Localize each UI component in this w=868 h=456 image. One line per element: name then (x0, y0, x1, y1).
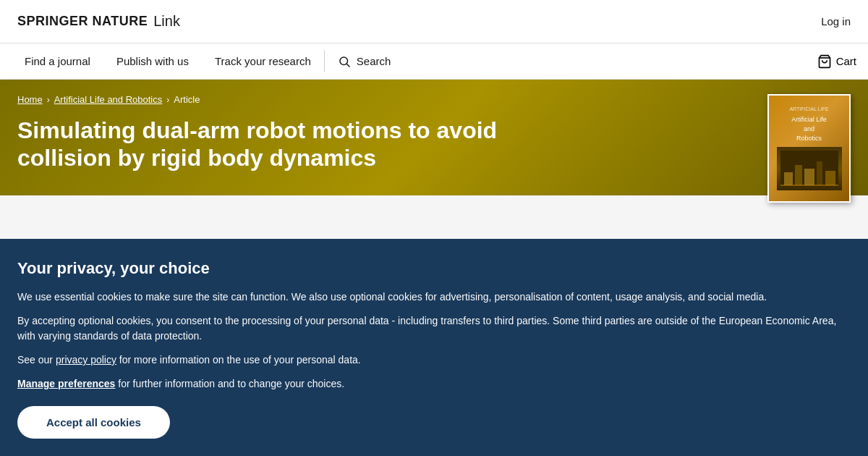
nav-search[interactable]: Search (325, 43, 404, 79)
breadcrumb-chevron-1: › (47, 95, 50, 105)
svg-rect-5 (795, 165, 802, 185)
nav-links-left: Find a journal Publish with us Track you… (12, 43, 404, 79)
journal-cover-title: Artificial Life and Robotics (791, 114, 827, 143)
manage-preferences-link[interactable]: Manage preferences (17, 378, 115, 389)
svg-rect-7 (817, 161, 822, 185)
main-nav: Find a journal Publish with us Track you… (0, 43, 868, 80)
breadcrumb-chevron-2: › (166, 95, 169, 105)
cart-label: Cart (836, 55, 856, 67)
article-title: Simulating dual-arm robot motions to avo… (17, 117, 553, 172)
nav-right: Cart (817, 43, 856, 79)
journal-cover-image (777, 147, 842, 190)
svg-rect-4 (784, 172, 793, 185)
header-top: SPRINGER NATURE Link Log in (0, 0, 868, 43)
nav-track-research[interactable]: Track your research (202, 43, 324, 79)
privacy-policy-link[interactable]: privacy policy (56, 354, 116, 366)
site-header: SPRINGER NATURE Link Log in Find a journ… (0, 0, 868, 80)
nav-publish-with-us[interactable]: Publish with us (103, 43, 202, 79)
cookie-paragraph-1: We use essential cookies to make sure th… (17, 290, 851, 305)
svg-point-0 (340, 57, 348, 65)
cookie-privacy-intro: See our (17, 354, 56, 366)
journal-cover: ARTIFICIAL LIFE Artificial Life and Robo… (767, 94, 851, 203)
breadcrumb: Home › Artificial Life and Robotics › Ar… (17, 94, 851, 105)
nav-find-journal[interactable]: Find a journal (12, 43, 103, 79)
springer-nature-logo: SPRINGER NATURE (17, 14, 148, 29)
accept-cookies-button[interactable]: Accept all cookies (17, 406, 170, 439)
link-logo: Link (153, 13, 180, 30)
site-logo: SPRINGER NATURE Link (17, 13, 180, 30)
cookie-privacy-suffix: for more information on the use of your … (116, 354, 361, 366)
cookie-manage-text: Manage preferences for further informati… (17, 376, 851, 392)
svg-rect-6 (804, 169, 814, 185)
search-icon (338, 55, 351, 68)
breadcrumb-home[interactable]: Home (17, 94, 43, 105)
cookie-panel: Your privacy, your choice We use essenti… (0, 239, 868, 456)
breadcrumb-journal[interactable]: Artificial Life and Robotics (54, 94, 163, 105)
cookie-manage-suffix: for further information and to change yo… (115, 378, 344, 389)
svg-rect-8 (825, 171, 835, 185)
article-hero: Home › Artificial Life and Robotics › Ar… (0, 80, 868, 195)
cart-icon (817, 54, 832, 69)
svg-line-1 (346, 64, 349, 67)
journal-cover-header-text: ARTIFICIAL LIFE (789, 106, 828, 111)
cookie-privacy-text: See our privacy policy for more informat… (17, 352, 851, 368)
journal-cover-illustration (780, 151, 838, 187)
search-label: Search (357, 55, 391, 67)
cookie-title: Your privacy, your choice (17, 259, 851, 278)
cart-button[interactable]: Cart (817, 54, 856, 69)
breadcrumb-current: Article (174, 94, 200, 105)
cookie-paragraph-2: By accepting optional cookies, you conse… (17, 313, 851, 344)
login-link[interactable]: Log in (821, 15, 851, 28)
